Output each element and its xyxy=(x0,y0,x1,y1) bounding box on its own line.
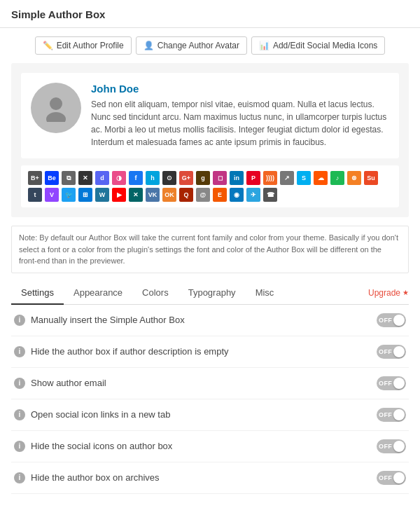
icon-linkedin: in xyxy=(230,171,244,185)
toggle-label-manually-insert: OFF xyxy=(379,317,392,324)
icon-github: ⊙ xyxy=(162,171,176,185)
setting-label-hide-empty-desc: Hide the author box if author descriptio… xyxy=(31,346,229,357)
avatar xyxy=(31,83,81,133)
icon-stumble: Su xyxy=(364,171,378,185)
change-avatar-label: Change Author Avatar xyxy=(158,41,239,50)
info-icon-hide-archives[interactable]: i xyxy=(14,472,25,483)
setting-row-hide-archives: i Hide the author box on archives OFF xyxy=(11,462,409,494)
icon-gplus: G+ xyxy=(179,171,193,185)
info-icon-open-new-tab[interactable]: i xyxy=(14,409,25,420)
icon-x: ✕ xyxy=(78,171,92,185)
icon-pinterest: P xyxy=(246,171,260,185)
setting-left-hide-social-icons: i Hide the social icons on author box xyxy=(14,441,377,452)
social-media-label: Add/Edit Social Media Icons xyxy=(273,41,377,50)
setting-row-manually-insert: i Manually insert the Simple Author Box … xyxy=(11,305,409,336)
author-name: John Doe xyxy=(91,83,389,95)
info-icon-manually-insert[interactable]: i xyxy=(14,315,25,326)
toggle-show-email[interactable]: OFF xyxy=(377,376,406,390)
setting-left-hide-archives: i Hide the author box on archives xyxy=(14,472,377,483)
settings-list: i Manually insert the Simple Author Box … xyxy=(11,305,409,494)
icon-quora: Q xyxy=(179,188,193,202)
icon-wp: W xyxy=(95,188,109,202)
info-icon-show-email[interactable]: i xyxy=(14,378,25,389)
footer-bar: Save Settings xyxy=(0,500,420,509)
icon-email: @ xyxy=(196,188,210,202)
toolbar: ✏️ Edit Author Profile 👤 Change Author A… xyxy=(0,28,420,63)
tabs-section: Settings Appearance Colors Typography Mi… xyxy=(11,282,409,305)
toggle-label-hide-empty-desc: OFF xyxy=(379,348,392,355)
setting-row-hide-empty-desc: i Hide the author box if author descript… xyxy=(11,336,409,368)
icon-goodreads: g xyxy=(196,171,210,185)
icon-etsy: E xyxy=(213,188,227,202)
svg-point-0 xyxy=(50,97,62,110)
icon-spotify: ♪ xyxy=(330,171,344,185)
icon-ok: OK xyxy=(162,188,176,202)
social-media-icon: 📊 xyxy=(259,41,269,50)
info-icon-hide-empty-desc[interactable]: i xyxy=(14,346,25,357)
icon-facebook: f xyxy=(129,171,143,185)
icon-share: ↗ xyxy=(280,171,294,185)
tabs-list: Settings Appearance Colors Typography Mi… xyxy=(11,282,284,304)
tab-appearance[interactable]: Appearance xyxy=(64,282,132,305)
tab-misc[interactable]: Misc xyxy=(246,282,284,305)
setting-left-show-email: i Show author email xyxy=(14,378,377,389)
icon-twitter: 🐦 xyxy=(62,188,76,202)
icon-stack: ⊗ xyxy=(347,171,361,185)
setting-label-manually-insert: Manually insert the Simple Author Box xyxy=(31,315,185,325)
setting-label-hide-social-icons: Hide the social icons on author box xyxy=(31,441,172,451)
page-container: Simple Author Box ✏️ Edit Author Profile… xyxy=(0,0,420,508)
setting-row-show-email: i Show author email OFF xyxy=(11,368,409,399)
tabs-row: Settings Appearance Colors Typography Mi… xyxy=(11,282,409,304)
edit-author-button[interactable]: ✏️ Edit Author Profile xyxy=(35,36,132,55)
icon-skype: S xyxy=(297,171,311,185)
social-media-button[interactable]: 📊 Add/Edit Social Media Icons xyxy=(251,36,385,55)
setting-left-hide-empty-desc: i Hide the author box if author descript… xyxy=(14,346,377,357)
note-box: Note: By default our Author Box will tak… xyxy=(11,226,409,273)
icon-rss: )))) xyxy=(263,171,277,185)
icon-twitch: V xyxy=(45,188,59,202)
avatar-icon: 👤 xyxy=(144,41,153,50)
toggle-hide-empty-desc[interactable]: OFF xyxy=(377,345,406,359)
toggle-hide-social-icons[interactable]: OFF xyxy=(377,439,406,453)
tab-settings[interactable]: Settings xyxy=(11,282,64,305)
setting-row-open-new-tab: i Open social icon links in a new tab OF… xyxy=(11,399,409,431)
star-icon: ★ xyxy=(402,289,409,296)
upgrade-label: Upgrade xyxy=(368,288,400,298)
icon-drupal: ◉ xyxy=(230,188,244,202)
toggle-hide-archives[interactable]: OFF xyxy=(377,471,406,485)
page-title: Simple Author Box xyxy=(0,0,420,28)
icon-discord: d xyxy=(95,171,109,185)
icon-copy: ⧉ xyxy=(62,171,76,185)
toggle-label-open-new-tab: OFF xyxy=(379,411,392,418)
author-info: John Doe Sed non elit aliquam, tempor ni… xyxy=(91,83,389,149)
setting-label-open-new-tab: Open social icon links in a new tab xyxy=(31,409,170,420)
svg-point-1 xyxy=(46,112,66,122)
toggle-label-hide-archives: OFF xyxy=(379,474,392,481)
note-text: Note: By default our Author Box will tak… xyxy=(19,233,398,265)
edit-author-label: Edit Author Profile xyxy=(57,41,124,50)
icon-instagram: ◻ xyxy=(213,171,227,185)
icon-dribble: ◑ xyxy=(112,171,126,185)
edit-icon: ✏️ xyxy=(43,41,52,50)
setting-label-hide-archives: Hide the author box on archives xyxy=(31,472,160,483)
icon-youtube: ▶ xyxy=(112,188,126,202)
toggle-label-show-email: OFF xyxy=(379,380,392,387)
toggle-open-new-tab[interactable]: OFF xyxy=(377,408,406,422)
toggle-label-hide-social-icons: OFF xyxy=(379,443,392,450)
toggle-manually-insert[interactable]: OFF xyxy=(377,313,406,327)
icon-windows: ⊞ xyxy=(78,188,92,202)
preview-area: John Doe Sed non elit aliquam, tempor ni… xyxy=(11,63,409,217)
social-icons-row: B+ Be ⧉ ✕ d ◑ f h ⊙ G+ g ◻ in P )))) ↗ S… xyxy=(21,165,399,207)
info-icon-hide-social-icons[interactable]: i xyxy=(14,441,25,452)
icon-soundcloud: ☁ xyxy=(314,171,328,185)
icon-hatena: h xyxy=(146,171,160,185)
icon-xing: ✕ xyxy=(129,188,143,202)
change-avatar-button[interactable]: 👤 Change Author Avatar xyxy=(136,36,247,55)
avatar-silhouette xyxy=(42,94,70,122)
upgrade-link[interactable]: Upgrade ★ xyxy=(368,288,409,298)
setting-label-show-email: Show author email xyxy=(31,378,106,388)
author-card: John Doe Sed non elit aliquam, tempor ni… xyxy=(21,73,399,158)
tab-colors[interactable]: Colors xyxy=(132,282,178,305)
icon-b: B+ xyxy=(28,171,42,185)
tab-typography[interactable]: Typography xyxy=(178,282,246,305)
